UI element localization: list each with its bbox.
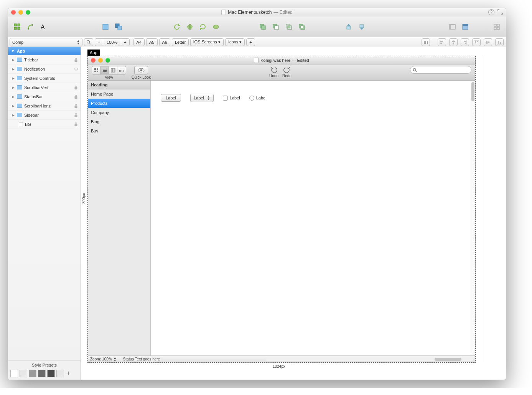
lock-icon[interactable] bbox=[74, 113, 78, 117]
preset-icons[interactable]: Icons ▾ bbox=[225, 38, 245, 46]
subtract-tool[interactable] bbox=[270, 21, 281, 32]
mock-zoom-readout[interactable]: Zoom: 100% ▲▼ bbox=[90, 357, 120, 362]
mock-sidebar-item[interactable]: Home Page bbox=[88, 89, 150, 99]
layer-row[interactable]: ▶Titlebar bbox=[8, 55, 81, 64]
layers-group-header[interactable]: ▼ App bbox=[8, 47, 81, 55]
lock-icon[interactable] bbox=[74, 85, 78, 90]
preset-add[interactable]: + bbox=[246, 38, 255, 46]
sample-radio[interactable]: Label bbox=[249, 96, 267, 101]
preset-a6[interactable]: A6 bbox=[159, 38, 170, 46]
triangle-right-icon[interactable]: ▶ bbox=[12, 95, 15, 99]
triangle-right-icon[interactable]: ▶ bbox=[12, 58, 15, 62]
canvas[interactable]: App 800px 1024px Konigi was here — Ed bbox=[81, 47, 506, 380]
triangle-right-icon[interactable]: ▶ bbox=[12, 76, 15, 80]
svg-text:A: A bbox=[41, 24, 45, 30]
preset-ios-screens[interactable]: iOS Screens ▾ bbox=[190, 38, 224, 46]
layer-row[interactable]: ▶StatusBar bbox=[8, 92, 81, 101]
lock-icon[interactable] bbox=[74, 122, 78, 127]
svg-point-77 bbox=[140, 69, 142, 71]
fullscreen-button[interactable] bbox=[497, 9, 503, 15]
layer-row[interactable]: ▶ScrollbarHoriz bbox=[8, 101, 81, 111]
preset-letter[interactable]: Letter bbox=[172, 38, 189, 46]
shapes-tool[interactable] bbox=[12, 21, 23, 32]
mock-horizontal-scrollbar[interactable] bbox=[266, 357, 473, 361]
align-center-h-button[interactable] bbox=[449, 38, 458, 46]
svg-rect-64 bbox=[94, 71, 96, 72]
union-tool[interactable] bbox=[257, 21, 268, 32]
mock-sidebar-item[interactable]: Products bbox=[88, 99, 150, 108]
search-input[interactable] bbox=[410, 66, 471, 74]
layer-row[interactable]: ▶ScrollbarVert bbox=[8, 83, 81, 92]
distribute-h-button[interactable] bbox=[422, 38, 430, 46]
sample-button[interactable]: Label bbox=[161, 94, 181, 102]
triangle-right-icon[interactable]: ▶ bbox=[12, 113, 15, 117]
mock-sidebar-item[interactable]: Blog bbox=[88, 117, 150, 126]
artboard[interactable]: Konigi was here — Edited View bbox=[87, 56, 476, 363]
inspector-tool[interactable] bbox=[460, 21, 471, 32]
align-top-button[interactable] bbox=[472, 38, 481, 46]
intersect-tool[interactable] bbox=[283, 21, 294, 32]
lock-icon[interactable] bbox=[74, 94, 78, 99]
preset-a5[interactable]: A5 bbox=[146, 38, 157, 46]
view-coverflow-icon[interactable] bbox=[117, 66, 126, 74]
zoom-value[interactable]: 100% bbox=[103, 38, 121, 46]
style-swatch[interactable] bbox=[10, 370, 18, 377]
align-bottom-button[interactable] bbox=[495, 38, 504, 46]
layer-row[interactable]: BG bbox=[8, 120, 81, 129]
ungroup-tool[interactable] bbox=[113, 21, 124, 32]
lock-icon[interactable] bbox=[74, 104, 78, 108]
layer-row[interactable]: ▶Sidebar bbox=[8, 111, 81, 120]
quicklook-button[interactable] bbox=[134, 66, 148, 74]
scrollbar-thumb[interactable] bbox=[435, 358, 461, 361]
radio-ring-icon bbox=[249, 96, 254, 101]
align-middle-button[interactable] bbox=[484, 38, 492, 46]
layer-label: Sidebar bbox=[24, 113, 39, 117]
flip-h-tool[interactable] bbox=[184, 21, 195, 32]
search-toggle[interactable] bbox=[84, 38, 93, 46]
layer-row[interactable]: ▶Notification bbox=[8, 64, 81, 74]
mock-sidebar-item[interactable]: Buy bbox=[88, 126, 150, 136]
layer-row[interactable]: ▶System Controls bbox=[8, 74, 81, 83]
vector-tool[interactable] bbox=[25, 21, 36, 32]
style-swatch[interactable] bbox=[20, 370, 27, 377]
undo-button[interactable]: Undo bbox=[269, 66, 278, 78]
mock-sidebar-item[interactable]: Company bbox=[88, 108, 150, 117]
style-swatch[interactable] bbox=[38, 370, 46, 377]
sample-checkbox[interactable]: Label bbox=[223, 96, 240, 101]
style-swatch[interactable] bbox=[29, 370, 36, 377]
zoom-out-button[interactable]: – bbox=[95, 38, 103, 46]
forward-tool[interactable] bbox=[343, 21, 354, 32]
redo-button[interactable]: Redo bbox=[282, 66, 292, 78]
toggle-panel-tool[interactable] bbox=[447, 21, 458, 32]
group-tool[interactable] bbox=[100, 21, 111, 32]
rotate-left-tool[interactable] bbox=[171, 21, 182, 32]
transform-tool[interactable] bbox=[211, 21, 221, 32]
difference-tool[interactable] bbox=[296, 21, 307, 32]
backward-tool[interactable] bbox=[356, 21, 367, 32]
sample-select[interactable]: Label ▲▼ bbox=[190, 94, 214, 102]
preset-a4[interactable]: A4 bbox=[133, 38, 145, 46]
view-list-icon[interactable] bbox=[100, 66, 109, 74]
grid-tool[interactable] bbox=[491, 21, 502, 32]
rotate-tool[interactable] bbox=[198, 21, 208, 32]
scrollbar-thumb[interactable] bbox=[471, 82, 474, 101]
triangle-right-icon[interactable]: ▶ bbox=[12, 86, 15, 89]
text-tool[interactable]: A bbox=[38, 21, 49, 32]
style-swatch[interactable] bbox=[47, 370, 55, 377]
zoom-in-button[interactable]: + bbox=[121, 38, 129, 46]
align-left-button[interactable] bbox=[438, 38, 446, 46]
lock-icon[interactable] bbox=[74, 58, 78, 62]
view-columns-icon[interactable] bbox=[109, 66, 117, 74]
mock-vertical-scrollbar[interactable] bbox=[470, 81, 475, 355]
main-toolbar: A bbox=[8, 17, 506, 37]
align-right-button[interactable] bbox=[461, 38, 469, 46]
view-segmented-control[interactable] bbox=[92, 66, 126, 74]
artboard-label[interactable]: App bbox=[87, 50, 100, 56]
style-swatch[interactable] bbox=[56, 370, 64, 377]
triangle-right-icon[interactable]: ▶ bbox=[12, 67, 15, 71]
eye-icon[interactable] bbox=[74, 67, 78, 71]
triangle-right-icon[interactable]: ▶ bbox=[12, 104, 15, 108]
pages-dropdown[interactable]: Comp ▲▼ bbox=[10, 38, 82, 46]
add-swatch-button[interactable]: + bbox=[66, 370, 72, 377]
view-icon-grid-icon[interactable] bbox=[92, 66, 100, 74]
